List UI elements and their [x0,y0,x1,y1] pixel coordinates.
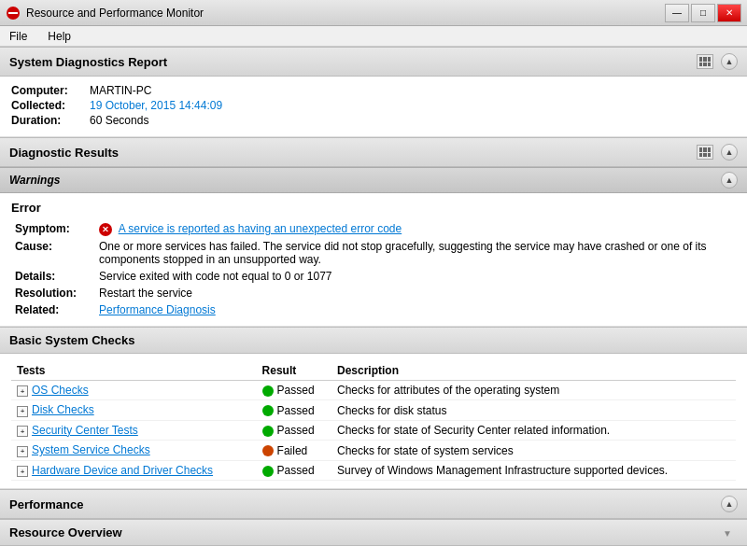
system-diagnostics-header[interactable]: System Diagnostics Report ▲ [0,47,747,77]
resolution-value: Restart the service [95,285,736,301]
related-row: Related: Performance Diagnosis [11,301,736,318]
check-name-cell: +Security Center Tests [11,420,257,441]
computer-row: Computer: MARTIN-PC [11,84,736,97]
check-name-link[interactable]: OS Checks [32,384,89,397]
status-dot-green [262,385,274,397]
window-title: Resource and Performance Monitor [26,7,204,20]
table-row: +Disk ChecksPassedChecks for disk status [11,400,736,421]
resource-overview-title: Resource Overview [9,525,122,539]
computer-value: MARTIN-PC [90,84,151,97]
check-name-cell: +System Service Checks [11,441,257,461]
check-result-text: Passed [277,384,315,397]
menu-bar: File Help [0,26,747,47]
error-circle-icon: ✕ [99,223,112,236]
check-description-cell: Checks for attributes of the operating s… [331,380,736,400]
menu-help[interactable]: Help [42,29,77,44]
basic-checks-section-header[interactable]: Basic System Checks [0,327,747,354]
collapse-performance-button[interactable]: ▲ [721,496,738,512]
related-label: Related: [11,301,95,318]
warnings-title: Warnings [9,174,60,187]
collected-row: Collected: 19 October, 2015 14:44:09 [11,99,736,112]
table-row: +System Service ChecksFailedChecks for s… [11,441,736,461]
check-description-cell: Checks for disk status [331,400,736,421]
error-section: Error Symptom: ✕ A service is reported a… [0,193,747,327]
title-bar-controls: — □ ✕ [665,4,741,22]
maximize-button[interactable]: □ [691,4,715,22]
symptom-label: Symptom: [11,220,95,238]
status-dot-green [262,426,274,437]
resolution-row: Resolution: Restart the service [11,285,736,301]
performance-title: Performance [9,497,83,511]
main-content: System Diagnostics Report ▲ Computer: MA… [0,47,747,560]
symptom-row: Symptom: ✕ A service is reported as havi… [11,220,736,238]
details-row: Details: Service exited with code not eq… [11,268,736,285]
check-result-cell: Passed [257,420,331,441]
cause-value: One or more services has failed. The ser… [95,238,736,268]
collapse-warnings-button[interactable]: ▲ [721,172,738,189]
table-row: +Security Center TestsPassedChecks for s… [11,420,736,441]
menu-file[interactable]: File [4,29,33,44]
cause-label: Cause: [11,238,95,268]
status-dot-red [262,445,274,456]
diagnostic-grid-icon [697,145,713,160]
report-section: Computer: MARTIN-PC Collected: 19 Octobe… [0,77,747,137]
diagnostic-results-header[interactable]: Diagnostic Results ▲ [0,137,747,167]
expand-row-button[interactable]: + [17,426,28,437]
status-dot-green [262,405,274,416]
check-description-cell: Checks for state of system services [331,441,736,461]
check-result-text: Passed [277,424,315,437]
grid-icon [697,54,713,69]
error-table: Symptom: ✕ A service is reported as havi… [11,220,736,318]
check-result-cell: Passed [257,380,331,400]
check-description-cell: Checks for state of Security Center rela… [331,420,736,441]
status-dot-green [262,466,274,477]
table-row: +OS ChecksPassedChecks for attributes of… [11,380,736,400]
system-diagnostics-title: System Diagnostics Report [9,55,167,69]
close-button[interactable]: ✕ [717,4,741,22]
check-name-link[interactable]: Hardware Device and Driver Checks [32,464,213,477]
performance-header[interactable]: Performance ▲ [0,489,747,519]
col-result: Result [257,361,331,381]
check-result-cell: Failed [257,441,331,461]
expand-row-button[interactable]: + [17,446,28,457]
details-value: Service exited with code not equal to 0 … [95,268,736,285]
warnings-header[interactable]: Warnings ▲ [0,167,747,193]
check-description-cell: Survey of Windows Management Infrastruct… [331,460,736,481]
resource-overview-header[interactable]: Resource Overview ▼ [0,519,747,546]
diagnostic-results-title: Diagnostic Results [9,146,119,160]
check-result-cell: Passed [257,460,331,481]
table-row: +Hardware Device and Driver ChecksPassed… [11,460,736,481]
check-name-cell: +Hardware Device and Driver Checks [11,460,257,481]
minimize-button[interactable]: — [665,4,689,22]
expand-row-button[interactable]: + [17,406,28,417]
related-link[interactable]: Performance Diagnosis [99,303,216,316]
checks-header-row: Tests Result Description [11,361,736,381]
check-result-text: Passed [277,464,315,477]
basic-checks-title: Basic System Checks [9,333,134,347]
symptom-link[interactable]: A service is reported as having an unexp… [119,222,402,235]
check-result-text: Failed [277,444,308,457]
collected-label: Collected: [11,99,86,112]
duration-label: Duration: [11,114,86,127]
error-title: Error [11,201,736,215]
check-name-cell: +Disk Checks [11,400,257,421]
check-result-text: Passed [277,404,315,417]
collapse-diagnostic-results-button[interactable]: ▲ [721,144,738,161]
collected-value: 19 October, 2015 14:44:09 [90,99,222,112]
collapse-diagnostics-button[interactable]: ▲ [721,53,738,70]
title-bar: Resource and Performance Monitor — □ ✕ [0,0,747,26]
duration-row: Duration: 60 Seconds [11,114,736,127]
check-name-link[interactable]: Disk Checks [32,403,94,416]
expand-row-button[interactable]: + [17,385,28,397]
computer-label: Computer: [11,84,86,97]
check-name-link[interactable]: Security Center Tests [32,424,138,437]
expand-row-button[interactable]: + [17,466,28,477]
cause-row: Cause: One or more services has failed. … [11,238,736,268]
checks-table: Tests Result Description +OS ChecksPasse… [11,361,736,482]
check-name-link[interactable]: System Service Checks [32,443,150,456]
checks-section: Tests Result Description +OS ChecksPasse… [0,354,747,490]
check-result-cell: Passed [257,400,331,421]
title-bar-left: Resource and Performance Monitor [6,6,204,21]
col-tests: Tests [11,361,257,381]
scrollbar-indicator: ▼ [723,526,738,539]
